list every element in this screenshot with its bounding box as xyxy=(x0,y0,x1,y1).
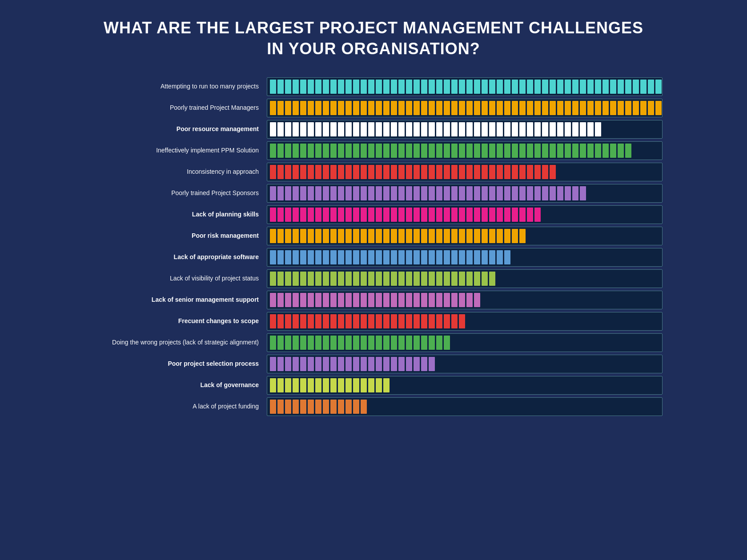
bar-segment xyxy=(383,122,390,136)
bar-segment xyxy=(285,357,291,371)
bar-segment xyxy=(345,272,352,286)
bar-segment xyxy=(300,400,306,414)
bar-segment xyxy=(308,165,314,179)
bar-segment xyxy=(459,80,465,94)
bar-segment xyxy=(459,144,465,158)
bar-segment xyxy=(398,208,405,222)
bar-segment xyxy=(436,250,442,264)
bar-segment xyxy=(293,378,299,392)
bar-segment xyxy=(330,400,337,414)
bar-segment xyxy=(398,357,405,371)
bar-segment xyxy=(451,186,458,200)
bar-segment xyxy=(338,208,344,222)
bar-segment xyxy=(345,378,352,392)
bar-segment xyxy=(519,122,526,136)
chart-row: Poor project selection process xyxy=(84,355,663,373)
bar-segment xyxy=(376,144,382,158)
bar-segment xyxy=(550,165,556,179)
bar-segment xyxy=(338,400,344,414)
bar-segment xyxy=(300,186,306,200)
bar-segment xyxy=(353,250,359,264)
bar-segment xyxy=(330,208,337,222)
bar-segment xyxy=(595,80,601,94)
bar-segment xyxy=(308,250,314,264)
bar-segment xyxy=(293,357,299,371)
bar-segment xyxy=(436,165,442,179)
bar-segment xyxy=(383,165,390,179)
bar-segment xyxy=(474,272,480,286)
bar-segment xyxy=(406,272,412,286)
bar-segment xyxy=(330,250,337,264)
bar-segment xyxy=(293,250,299,264)
bar-segment xyxy=(474,229,480,243)
bar-segment xyxy=(270,336,276,350)
bar-segment xyxy=(482,80,488,94)
bar-segment xyxy=(361,186,367,200)
bar-segment xyxy=(323,165,329,179)
bar-segment xyxy=(315,314,321,328)
row-label: Frecuent changes to scope xyxy=(84,317,262,325)
bar-segment xyxy=(277,144,284,158)
bar-segment xyxy=(429,144,435,158)
bar-segment xyxy=(436,208,442,222)
bar-segment xyxy=(361,357,367,371)
bar-segment xyxy=(361,229,367,243)
bar-segment xyxy=(383,144,390,158)
chart-row: Frecuent changes to scope xyxy=(84,312,663,331)
bar-segment xyxy=(482,272,488,286)
bar-segment xyxy=(602,80,609,94)
bar-segment xyxy=(383,229,390,243)
bar-segment xyxy=(414,314,420,328)
bar-segment xyxy=(300,336,306,350)
bar-segment xyxy=(618,101,624,115)
bar-segment xyxy=(368,186,374,200)
bar-segment xyxy=(368,336,374,350)
bar-segment xyxy=(277,378,284,392)
bar-segment xyxy=(459,293,465,307)
bar-segment xyxy=(383,208,390,222)
bar-segment xyxy=(361,272,367,286)
bar-segment xyxy=(451,272,458,286)
bar-segment xyxy=(429,336,435,350)
bar-segment xyxy=(308,400,314,414)
bar-segment xyxy=(512,144,518,158)
bar-segment xyxy=(587,80,594,94)
bar-segment xyxy=(444,122,450,136)
bar-segment xyxy=(361,293,367,307)
bar-segment xyxy=(406,144,412,158)
bar-segment xyxy=(323,400,329,414)
chart-title: WHAT ARE THE LARGEST PROJECT MANAGEMENT … xyxy=(104,18,643,60)
bar-segment xyxy=(293,80,299,94)
bar-segment xyxy=(557,80,563,94)
bar-segment xyxy=(580,186,586,200)
bar-segment xyxy=(315,400,321,414)
bar-segment xyxy=(504,144,510,158)
bar-segment xyxy=(293,314,299,328)
bar-segment xyxy=(323,293,329,307)
bar-segment xyxy=(315,186,321,200)
bar-segment xyxy=(512,165,518,179)
bar-segment xyxy=(277,80,284,94)
bar-segment xyxy=(436,80,442,94)
bar-segment xyxy=(300,272,306,286)
bar-segment xyxy=(444,229,450,243)
bar-segment xyxy=(383,272,390,286)
bar-segment xyxy=(459,122,465,136)
bar-segment xyxy=(376,250,382,264)
bar-segment xyxy=(293,400,299,414)
bar-segment xyxy=(550,80,556,94)
bar-segment xyxy=(595,122,601,136)
bar-segment xyxy=(534,208,541,222)
bar-segment xyxy=(338,250,344,264)
bar-segment xyxy=(451,293,458,307)
bar-segment xyxy=(497,80,503,94)
bar-segment xyxy=(527,144,533,158)
bar-segment xyxy=(489,144,495,158)
bar-segment xyxy=(459,165,465,179)
bar-segment xyxy=(497,144,503,158)
bar-segment xyxy=(565,80,571,94)
bar-segment xyxy=(512,229,518,243)
bar-segment xyxy=(610,80,616,94)
bar-segment xyxy=(489,122,495,136)
bar-track xyxy=(267,312,663,331)
